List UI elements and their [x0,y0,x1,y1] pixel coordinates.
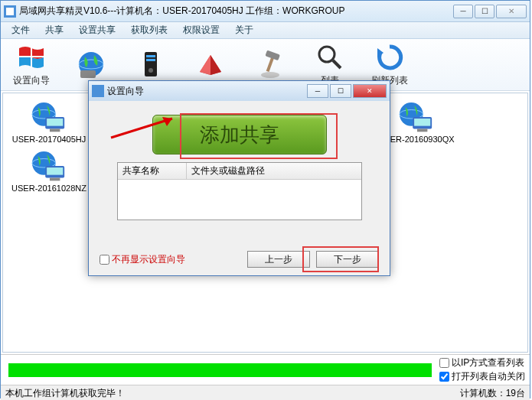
add-share-button[interactable]: 添加共享 [152,115,327,154]
col-name: 共享名称 [118,163,187,179]
svg-rect-1 [6,8,14,15]
computer-label: USER-20170405HJ [12,135,86,144]
col-path: 文件夹或磁盘路径 [187,163,361,179]
menu-setup[interactable]: 设置共享 [71,22,123,38]
svg-rect-6 [80,70,96,78]
computer-label: USER-20161028NZ [11,184,86,193]
tool-globe[interactable] [65,49,117,81]
svg-line-15 [333,60,341,68]
windows-flag-icon [16,42,47,73]
progress-row: 以IP方式查看列表 打开列表自动关闭 [1,354,530,385]
svg-rect-19 [47,119,63,126]
menu-perm[interactable]: 权限设置 [175,22,227,38]
dialog-close-button[interactable]: ✕ [353,84,387,98]
menu-share[interactable]: 共享 [38,22,71,38]
menubar: 文件 共享 设置共享 获取列表 权限设置 关于 [1,22,530,39]
share-table: 共享名称 文件夹或磁盘路径 [117,162,362,220]
tool-hammer[interactable] [244,49,296,81]
menu-getlist[interactable]: 获取列表 [123,22,175,38]
statusbar: 本机工作组计算机获取完毕！ 计算机数：19台 [1,385,530,400]
menu-about[interactable]: 关于 [227,22,261,38]
window-title: 局域网共享精灵V10.6---计算机名：USER-20170405HJ 工作组：… [19,5,453,18]
book-icon [195,49,226,80]
svg-rect-45 [50,177,60,180]
next-button[interactable]: 下一步 [316,251,379,268]
noshow-checkbox[interactable]: 不再显示设置向导 [100,253,185,266]
dialog-titlebar: 设置向导 ─ ☐ ✕ [89,81,390,101]
computer-icon [31,150,67,180]
svg-point-14 [319,47,335,62]
refresh-icon [374,42,405,73]
app-icon [4,5,16,18]
progress-bar [8,363,432,377]
tool-server[interactable] [125,49,177,81]
computer-item[interactable]: USER-20170405HJ [11,101,87,144]
titlebar: 局域网共享精灵V10.6---计算机名：USER-20170405HJ 工作组：… [1,1,530,22]
check-by-ip[interactable]: 以IP方式查看列表 [439,356,525,369]
computer-item[interactable]: USER-20161028NZ [11,150,87,193]
dialog-minimize-button[interactable]: ─ [307,84,328,98]
share-table-body [118,180,361,220]
svg-rect-40 [417,128,427,132]
menu-file[interactable]: 文件 [4,22,38,38]
status-count: 计算机数：19台 [460,387,525,400]
svg-rect-8 [146,55,155,57]
dialog-title: 设置向导 [107,85,305,98]
hammer-icon [255,49,286,80]
wizard-dialog: 设置向导 ─ ☐ ✕ 添加共享 共享名称 文件夹或磁盘路径 不再显示设置向导 上… [88,80,390,276]
svg-rect-20 [50,128,60,132]
dialog-icon [92,85,104,97]
computer-icon [398,101,435,132]
prev-button[interactable]: 上一步 [247,251,310,268]
dialog-maximize-button[interactable]: ☐ [330,84,351,98]
minimize-button[interactable]: ─ [453,5,473,18]
magnifier-icon [315,42,345,73]
svg-rect-9 [146,59,155,61]
svg-rect-44 [47,167,63,175]
computer-icon [31,101,67,132]
svg-rect-3 [18,56,45,57]
tool-wizard-label: 设置向导 [13,74,50,87]
svg-rect-39 [414,119,430,126]
svg-point-10 [149,68,153,73]
server-icon [135,49,166,80]
tool-book[interactable] [184,49,237,81]
tool-wizard[interactable]: 设置向导 [5,42,57,87]
maximize-button[interactable]: ☐ [475,5,494,18]
svg-point-13 [261,72,279,78]
globe-icon [76,49,106,80]
status-text: 本机工作组计算机获取完毕！ [5,387,125,400]
close-button[interactable]: ✕ [496,5,527,18]
check-auto-close[interactable]: 打开列表自动关闭 [439,370,525,383]
